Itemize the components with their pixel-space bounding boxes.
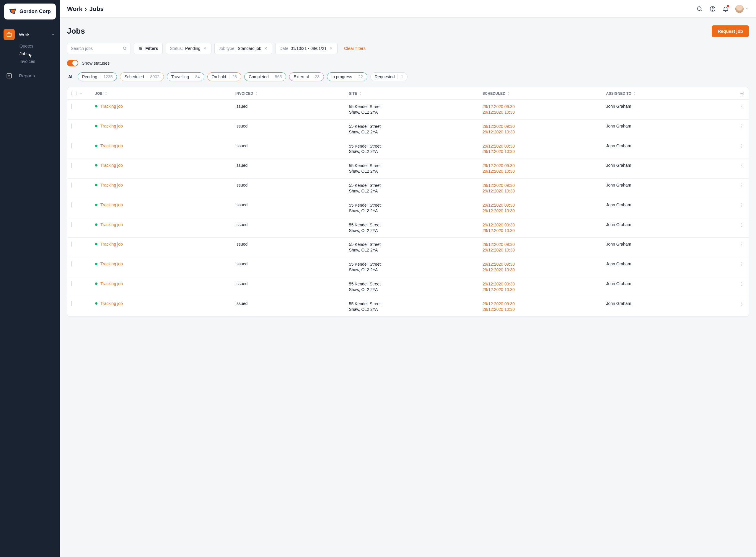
job-link[interactable]: Tracking job (101, 143, 123, 148)
show-statuses-toggle[interactable] (67, 60, 78, 66)
more-icon[interactable] (739, 262, 745, 267)
svg-point-13 (139, 49, 140, 50)
job-link[interactable]: Tracking job (101, 242, 123, 246)
job-link[interactable]: Tracking job (101, 222, 123, 227)
row-checkbox[interactable] (72, 241, 72, 247)
row-checkbox[interactable] (72, 143, 72, 148)
more-icon[interactable] (739, 203, 745, 208)
status-pill-completed[interactable]: Completed565 (244, 72, 286, 81)
status-pill-scheduled[interactable]: Scheduled8902 (120, 72, 164, 81)
chevron-down-icon (745, 7, 749, 11)
status-pill-requested[interactable]: Requested1 (370, 72, 408, 81)
filter-jobtype-value: Standard job (238, 46, 261, 51)
status-dot (95, 263, 97, 265)
status-name: Pending (82, 75, 97, 79)
bell-icon[interactable] (722, 6, 729, 12)
svg-point-16 (741, 106, 742, 107)
col-invoiced[interactable]: INVOICED (235, 91, 349, 96)
subnav-jobs[interactable]: Jobs (20, 51, 60, 56)
assigned-cell: John Graham (606, 242, 730, 246)
breadcrumb-page: Jobs (89, 5, 104, 12)
invoiced-cell: Issued (235, 183, 349, 187)
col-site[interactable]: SITE (349, 91, 482, 96)
subnav-quotes[interactable]: Quotes (20, 44, 60, 49)
close-icon[interactable] (264, 46, 268, 51)
scheduled-cell: 29/12:2020 09:3029/12:2020 10:30 (482, 281, 606, 293)
svg-point-24 (741, 164, 742, 165)
scheduled-cell: 29/12:2020 09:3029/12:2020 10:30 (482, 183, 606, 194)
status-count: 22 (355, 75, 363, 79)
svg-point-18 (741, 124, 742, 125)
row-checkbox[interactable] (72, 104, 72, 109)
more-icon[interactable] (739, 124, 745, 129)
svg-point-35 (741, 226, 742, 227)
status-count: 8902 (147, 75, 160, 79)
job-link[interactable]: Tracking job (101, 301, 123, 306)
table-row: Tracking job Issued 55 Kendell StreetSha… (67, 238, 749, 257)
close-icon[interactable] (203, 46, 207, 51)
filters-button[interactable]: Filters (134, 43, 163, 54)
scheduled-cell: 29/12:2020 09:3029/12:2020 10:30 (482, 262, 606, 273)
close-icon[interactable] (329, 46, 333, 51)
status-pill-on-hold[interactable]: On hold28 (207, 72, 242, 81)
row-checkbox[interactable] (72, 163, 72, 168)
brand-card[interactable]: Gordon Corp (4, 4, 56, 20)
sidebar-item-work[interactable]: Work (0, 26, 60, 43)
status-pill-pending[interactable]: Pending1235 (78, 72, 117, 81)
svg-point-7 (123, 47, 126, 50)
more-icon[interactable] (739, 301, 745, 306)
status-pill-in-progress[interactable]: In progress22 (327, 72, 367, 81)
status-all[interactable]: All (67, 72, 75, 81)
row-checkbox[interactable] (72, 182, 72, 188)
user-menu[interactable] (735, 5, 749, 13)
job-link[interactable]: Tracking job (101, 203, 123, 207)
col-scheduled[interactable]: SCHEDULED (482, 91, 606, 96)
scheduled-cell: 29/12:2020 09:3029/12:2020 10:30 (482, 143, 606, 155)
help-icon[interactable] (709, 6, 716, 12)
filter-jobtype-pill[interactable]: Job type: Standard job (215, 43, 272, 54)
filter-status-pill[interactable]: Status: Pending (166, 43, 212, 54)
search-jobs[interactable] (67, 43, 131, 54)
clear-filters-link[interactable]: Clear filters (344, 46, 366, 51)
job-link[interactable]: Tracking job (101, 104, 123, 109)
job-link[interactable]: Tracking job (101, 163, 123, 168)
col-job[interactable]: JOB (95, 91, 235, 96)
col-assigned[interactable]: ASSIGNED TO (606, 91, 730, 96)
job-link[interactable]: Tracking job (101, 262, 123, 266)
job-link[interactable]: Tracking job (101, 183, 123, 187)
status-pill-travelling[interactable]: Travelling84 (167, 72, 204, 81)
table-row: Tracking job Issued 55 Kendell StreetSha… (67, 139, 749, 159)
sort-icon (255, 92, 258, 95)
more-icon[interactable] (739, 183, 745, 188)
gear-icon[interactable] (740, 91, 745, 96)
site-cell: 55 Kendell StreetShaw, OL2 2YA (349, 124, 482, 135)
jobs-table: JOB INVOICED SITE SCHEDULED (67, 87, 749, 317)
select-all-checkbox[interactable] (72, 91, 77, 96)
status-dot (95, 302, 97, 304)
search-input[interactable] (71, 46, 122, 51)
invoiced-cell: Issued (235, 262, 349, 266)
row-checkbox[interactable] (72, 222, 72, 227)
row-checkbox[interactable] (72, 202, 72, 207)
more-icon[interactable] (739, 163, 745, 168)
subnav-invoices[interactable]: Invoices (20, 59, 60, 64)
svg-point-26 (741, 167, 742, 167)
more-icon[interactable] (739, 242, 745, 247)
svg-point-27 (741, 184, 742, 184)
request-job-button[interactable]: Request job (712, 25, 749, 37)
row-checkbox[interactable] (72, 301, 72, 306)
sidebar-item-reports[interactable]: Reports (0, 67, 60, 84)
job-link[interactable]: Tracking job (101, 281, 123, 286)
row-checkbox[interactable] (72, 261, 72, 267)
more-icon[interactable] (739, 222, 745, 228)
more-icon[interactable] (739, 104, 745, 109)
row-checkbox[interactable] (72, 123, 72, 129)
job-link[interactable]: Tracking job (101, 124, 123, 128)
more-icon[interactable] (739, 143, 745, 149)
filter-date-pill[interactable]: Date 01/10/21 - 08/01/21 (275, 43, 338, 54)
row-checkbox[interactable] (72, 281, 72, 286)
status-pill-external[interactable]: External23 (289, 72, 324, 81)
chevron-down-icon[interactable] (79, 92, 82, 95)
more-icon[interactable] (739, 281, 745, 287)
search-icon[interactable] (696, 6, 703, 12)
